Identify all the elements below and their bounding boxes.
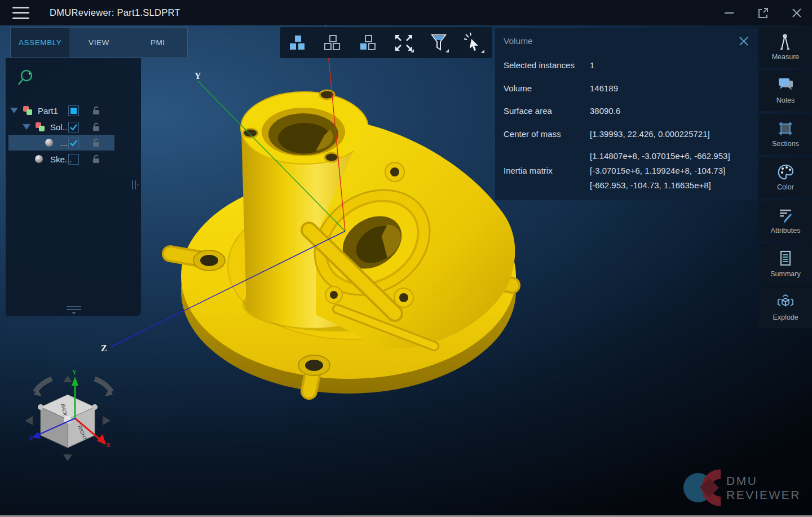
left-tab-bar: ASSEMBLY VIEW PMI [10, 27, 188, 58]
show-all-icon[interactable] [286, 30, 311, 55]
view-toolbar [280, 27, 492, 58]
close-icon[interactable] [789, 6, 804, 20]
tab-view[interactable]: VIEW [69, 28, 128, 58]
measure-button[interactable]: Measure [759, 27, 812, 68]
search-icon[interactable] [17, 68, 36, 89]
tree-row-part1[interactable]: Part1 [6, 103, 141, 118]
panel-resize-handle[interactable] [131, 179, 139, 192]
measure-compass-icon [776, 32, 795, 51]
visibility-checkbox-indeterminate[interactable] [68, 105, 79, 116]
notes-button[interactable]: Notes [759, 70, 812, 111]
part-icon [23, 106, 32, 115]
info-value: 146189 [590, 83, 618, 93]
info-value: 38090.6 [590, 106, 620, 116]
logo-mark-icon [679, 468, 721, 507]
panel-collapse-handle[interactable] [67, 304, 81, 315]
unlock-icon[interactable] [91, 105, 101, 116]
pick-select-icon[interactable] [462, 30, 487, 55]
hamburger-menu-icon[interactable] [12, 7, 29, 19]
part-icon [36, 122, 45, 131]
explode-button[interactable]: Explode [759, 288, 812, 328]
tree-label: ... [60, 138, 68, 148]
visibility-checkbox-checked[interactable] [68, 122, 79, 132]
info-value: [1.39993, 22.426, 0.000225721] [590, 129, 710, 139]
titlebar: DMUReviewer: Part1.SLDPRT [0, 0, 812, 25]
tree-label: Sol... [50, 122, 69, 132]
app-window: X Y Z BACK RIGHT [0, 0, 812, 517]
sections-plane-icon [776, 119, 795, 138]
summary-document-icon [776, 249, 795, 268]
tree-row-sketch[interactable]: Ske... [6, 151, 141, 167]
tree-label: Part1 [38, 106, 58, 116]
show-selected-icon[interactable] [356, 30, 381, 55]
info-value: [-662.953, -104.73, 1.16635e+8] [590, 180, 711, 190]
open-external-icon[interactable] [756, 6, 770, 20]
volume-info-panel: Volume Selected instances 1 Volume 14618… [495, 28, 757, 200]
explode-cube-icon [776, 293, 795, 312]
dmu-reviewer-logo: DMU REVIEWER [679, 468, 801, 507]
unlock-icon[interactable] [91, 122, 101, 132]
minimize-icon[interactable] [722, 6, 736, 20]
tree-row-solid[interactable]: Sol... [6, 119, 141, 135]
info-value: 1 [590, 60, 594, 70]
info-label: Center of mass [504, 129, 561, 139]
filter-icon[interactable] [427, 30, 452, 55]
notes-chat-icon [776, 76, 795, 95]
assembly-tree-panel: Part1 Sol... ... [6, 58, 141, 316]
panel-title: Volume [504, 36, 533, 46]
sections-button[interactable]: Sections [759, 114, 812, 154]
tab-assembly[interactable]: ASSEMBLY [11, 28, 69, 58]
info-value: [1.14807e+8, -3.07015e+6, -662.953] [590, 151, 730, 161]
visibility-checkbox-unchecked[interactable] [68, 154, 79, 165]
tab-pmi[interactable]: PMI [129, 28, 187, 58]
summary-button[interactable]: Summary [759, 244, 812, 285]
logo-line1: DMU [726, 474, 801, 488]
unlock-icon[interactable] [91, 154, 101, 164]
info-value: [-3.07015e+6, 1.19924e+8, -104.73] [590, 166, 725, 175]
visibility-checkbox-checked[interactable] [68, 138, 79, 148]
attributes-edit-icon [776, 206, 795, 225]
window-title: DMUReviewer: Part1.SLDPRT [50, 7, 180, 18]
attributes-button[interactable]: Attributes [759, 201, 812, 241]
sphere-icon [45, 139, 53, 147]
color-button[interactable]: Color [759, 157, 812, 198]
close-icon[interactable] [738, 35, 750, 47]
sphere-icon [35, 155, 43, 163]
tool-sidebar: Measure Notes Sections [759, 27, 812, 331]
info-label: Selected instances [504, 60, 575, 70]
tree-row-body-selected[interactable]: ... [6, 135, 141, 151]
info-label: Inertia matrix [504, 166, 553, 175]
hide-all-icon[interactable] [321, 30, 346, 55]
fit-view-icon[interactable] [391, 30, 416, 55]
info-label: Volume [504, 83, 532, 93]
color-palette-icon [776, 162, 795, 182]
collapse-caret-icon[interactable] [10, 108, 18, 113]
logo-line2: REVIEWER [726, 488, 801, 502]
collapse-caret-icon[interactable] [23, 124, 30, 130]
info-label: Surface area [504, 106, 552, 116]
unlock-icon[interactable] [91, 138, 101, 148]
